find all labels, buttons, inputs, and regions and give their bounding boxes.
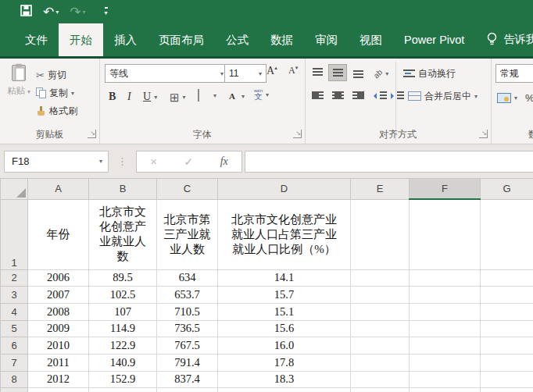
cell-d3[interactable]: 15.7 <box>218 287 351 304</box>
cell-e8[interactable] <box>351 371 410 388</box>
cut-button[interactable]: ✂ 剪切 <box>36 66 66 84</box>
align-middle-button[interactable] <box>328 64 347 81</box>
font-name-combo[interactable]: 等线 ▾ <box>105 64 228 83</box>
cell-f5[interactable] <box>410 320 481 337</box>
decrease-indent-button[interactable] <box>370 87 389 104</box>
cell-b5[interactable]: 114.9 <box>89 320 157 337</box>
tab-review[interactable]: 审阅 <box>304 23 349 56</box>
cell-g4[interactable] <box>481 303 533 320</box>
bold-button[interactable]: B <box>109 87 116 106</box>
cell-e6[interactable] <box>351 337 410 355</box>
cell-f9-partial[interactable] <box>410 388 481 392</box>
tab-file[interactable]: 文件 <box>14 23 59 56</box>
tab-page-layout[interactable]: 页面布局 <box>148 23 215 56</box>
save-icon[interactable] <box>20 5 32 20</box>
cell-b2[interactable]: 89.5 <box>89 269 157 287</box>
percent-style-button[interactable]: % <box>525 88 533 107</box>
tell-me-search[interactable]: 告诉我你想要 <box>486 23 533 56</box>
align-right-button[interactable] <box>349 87 367 104</box>
select-all-corner[interactable] <box>1 179 28 200</box>
cell-g8[interactable] <box>481 371 533 388</box>
cell-f6[interactable] <box>410 337 481 355</box>
column-header-f-selected[interactable]: F <box>410 179 481 200</box>
borders-button[interactable]: ⊞ ▾ <box>170 87 186 106</box>
orientation-button[interactable]: ab ▾ <box>374 64 388 83</box>
row-header-7[interactable]: 7 <box>1 354 28 371</box>
cell-b6[interactable]: 122.9 <box>89 337 157 355</box>
cell-a5[interactable]: 2009 <box>28 320 89 337</box>
name-box-dropdown-icon[interactable]: ▾ <box>99 158 102 165</box>
tab-power-pivot[interactable]: Power Pivot <box>393 23 475 56</box>
cell-c3[interactable]: 653.7 <box>157 287 218 304</box>
cell-f1[interactable] <box>410 199 481 269</box>
cell-b7[interactable]: 140.9 <box>89 354 157 371</box>
column-header-b[interactable]: B <box>89 179 157 200</box>
row-header-4[interactable]: 4 <box>1 303 28 320</box>
column-header-e[interactable]: E <box>351 179 410 200</box>
row-header-5[interactable]: 5 <box>1 320 28 337</box>
underline-dropdown-icon[interactable]: ▾ <box>154 94 157 101</box>
cell-e1[interactable] <box>351 199 410 269</box>
font-size-combo[interactable]: 11 ▾ <box>224 64 266 83</box>
paste-dropdown-icon[interactable]: ▾ <box>27 88 30 95</box>
cell-c5[interactable]: 736.5 <box>157 320 218 337</box>
cancel-icon[interactable]: × <box>150 155 157 168</box>
cell-b1[interactable]: 北京市文化创意产业就业人数 <box>89 199 157 269</box>
font-color-dropdown-icon[interactable]: ▾ <box>241 93 245 100</box>
tab-formulas[interactable]: 公式 <box>215 23 259 56</box>
cell-g6[interactable] <box>481 337 533 355</box>
fill-color-button[interactable]: ▾ <box>198 86 216 105</box>
cell-e5[interactable] <box>351 320 410 337</box>
copy-dropdown-icon[interactable]: ▾ <box>71 90 74 97</box>
row-header-1[interactable]: 1 <box>1 199 28 269</box>
column-header-c[interactable]: C <box>157 179 218 200</box>
cell-c9-partial[interactable] <box>157 388 218 392</box>
accounting-dropdown-icon[interactable]: ▾ <box>514 94 517 102</box>
font-size-dropdown-icon[interactable]: ▾ <box>259 70 262 77</box>
cell-g9-partial[interactable] <box>481 388 533 392</box>
font-color-button[interactable]: A ▾ <box>226 87 245 105</box>
align-bottom-button[interactable] <box>349 64 367 81</box>
cell-g1[interactable] <box>481 199 533 269</box>
cell-c4[interactable]: 710.5 <box>157 303 218 320</box>
cell-d8[interactable]: 18.3 <box>218 371 351 388</box>
cell-a7[interactable]: 2011 <box>28 354 89 371</box>
cell-f3[interactable] <box>410 287 481 304</box>
cell-d7[interactable]: 17.8 <box>218 354 351 371</box>
cell-a4[interactable]: 2008 <box>28 303 89 320</box>
alignment-dialog-launcher-icon[interactable]: ↘ <box>479 130 488 138</box>
align-center-button[interactable] <box>328 87 347 104</box>
cell-e2[interactable] <box>351 269 410 287</box>
row-header-6[interactable]: 6 <box>1 337 28 355</box>
cell-b8[interactable]: 152.9 <box>89 371 157 388</box>
cell-e9-partial[interactable] <box>351 388 410 392</box>
orientation-dropdown-icon[interactable]: ▾ <box>385 70 388 77</box>
underline-button[interactable]: U ▾ <box>143 87 157 106</box>
cell-a1[interactable]: 年份 <box>28 199 89 269</box>
tab-insert[interactable]: 插入 <box>103 23 148 56</box>
cell-a2[interactable]: 2006 <box>28 269 89 287</box>
cell-f2[interactable] <box>410 269 481 287</box>
borders-dropdown-icon[interactable]: ▾ <box>183 94 186 101</box>
number-format-combo[interactable]: 常规 ▾ <box>495 64 533 83</box>
font-name-dropdown-icon[interactable]: ▾ <box>220 70 224 77</box>
cell-d6[interactable]: 16.0 <box>218 337 351 355</box>
cell-c8[interactable]: 837.4 <box>157 371 218 388</box>
font-dialog-launcher-icon[interactable]: ↘ <box>293 130 302 138</box>
align-top-button[interactable] <box>308 64 327 81</box>
cell-d5[interactable]: 15.6 <box>218 320 351 337</box>
cell-g3[interactable] <box>481 287 533 304</box>
cell-b3[interactable]: 102.5 <box>89 287 157 304</box>
undo-dropdown-icon[interactable]: ▾ <box>55 9 59 16</box>
accounting-format-button[interactable]: ▾ <box>497 88 517 107</box>
cell-b4[interactable]: 107 <box>89 303 157 320</box>
cell-g7[interactable] <box>481 354 533 371</box>
wrap-text-button[interactable]: 自动换行 <box>403 64 456 83</box>
cell-d9-partial[interactable] <box>218 388 351 392</box>
cell-e3[interactable] <box>351 287 410 304</box>
merge-center-dropdown-icon[interactable]: ▾ <box>474 93 478 100</box>
align-left-button[interactable] <box>308 87 327 104</box>
clipboard-dialog-launcher-icon[interactable]: ↘ <box>88 130 96 138</box>
merge-center-button[interactable]: 合并后居中 ▾ <box>408 87 478 105</box>
cell-a9-partial[interactable] <box>28 388 89 392</box>
